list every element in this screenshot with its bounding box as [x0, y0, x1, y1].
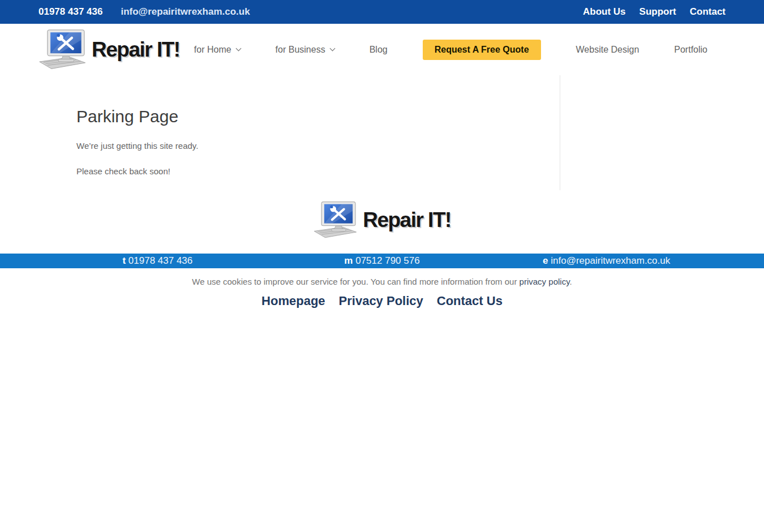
request-free-quote-button[interactable]: Request A Free Quote — [423, 40, 541, 60]
footer-nav: Homepage Privacy Policy Contact Us — [0, 294, 764, 308]
footer-link-homepage[interactable]: Homepage — [261, 294, 325, 308]
nav-item-for-business[interactable]: for Business — [276, 45, 334, 55]
contact-telephone[interactable]: t 01978 437 436 — [45, 255, 270, 267]
cookie-notice-text: We use cookies to improve our service fo… — [192, 277, 519, 286]
page-title: Parking Page — [76, 107, 764, 126]
top-bar-email-link[interactable]: info@repairitwrexham.co.uk — [121, 6, 250, 18]
footer-site-logo[interactable]: Repair IT! — [313, 201, 451, 239]
footer-logo: Repair IT! — [0, 201, 764, 239]
top-bar-contact: 01978 437 436 info@repairitwrexham.co.uk — [38, 6, 250, 18]
mobile-prefix: m — [344, 255, 353, 266]
parking-message: Parking Page We’re just getting this sit… — [0, 75, 764, 178]
footer-link-privacy-policy[interactable]: Privacy Policy — [339, 294, 423, 308]
footer-link-contact-us[interactable]: Contact Us — [437, 294, 503, 308]
top-bar-nav: About Us Support Contact — [583, 6, 726, 18]
nav-item-blog[interactable]: Blog — [370, 45, 388, 55]
top-bar-link-about-us[interactable]: About Us — [583, 6, 626, 18]
check-back-paragraph: Please check back soon! — [76, 165, 764, 178]
top-bar-phone: 01978 437 436 — [38, 6, 102, 18]
telephone-number: 01978 437 436 — [128, 255, 192, 266]
site-header: Repair IT! for Home for Business Blog Re… — [0, 24, 764, 75]
nav-item-label: for Home — [194, 45, 231, 55]
logo-text: Repair IT! — [363, 208, 451, 232]
nav-item-portfolio[interactable]: Portfolio — [674, 45, 707, 55]
intro-paragraph: We’re just getting this site ready. — [76, 140, 764, 153]
top-bar-link-support[interactable]: Support — [639, 6, 676, 18]
mobile-number: 07512 790 576 — [355, 255, 419, 266]
sidebar-divider — [560, 75, 560, 190]
cookie-notice-suffix: . — [570, 277, 572, 286]
main-nav: for Home for Business Blog Request A Fre… — [194, 40, 707, 60]
contact-email[interactable]: e info@repairitwrexham.co.uk — [494, 255, 719, 267]
main-content: Parking Page We’re just getting this sit… — [0, 75, 764, 254]
chevron-down-icon — [329, 46, 335, 52]
contact-info-bar: t 01978 437 436 m 07512 790 576 e info@r… — [0, 254, 764, 268]
chevron-down-icon — [235, 46, 241, 52]
email-prefix: e — [543, 255, 548, 266]
cookie-notice: We use cookies to improve our service fo… — [0, 277, 764, 286]
computer-repair-logo-icon — [313, 201, 359, 239]
privacy-policy-link[interactable]: privacy policy — [520, 277, 570, 286]
contact-mobile[interactable]: m 07512 790 576 — [270, 255, 495, 267]
logo-text: Repair IT! — [92, 38, 180, 62]
top-bar-link-contact[interactable]: Contact — [690, 6, 726, 18]
email-address: info@repairitwrexham.co.uk — [551, 255, 670, 266]
telephone-prefix: t — [122, 255, 126, 266]
contact-info-inner: t 01978 437 436 m 07512 790 576 e info@r… — [45, 255, 719, 267]
site-logo[interactable]: Repair IT! — [38, 29, 180, 71]
nav-item-for-home[interactable]: for Home — [194, 45, 241, 55]
computer-repair-logo-icon — [38, 29, 88, 71]
top-bar: 01978 437 436 info@repairitwrexham.co.uk… — [0, 0, 764, 24]
nav-item-website-design[interactable]: Website Design — [576, 45, 639, 55]
nav-item-label: for Business — [276, 45, 325, 55]
